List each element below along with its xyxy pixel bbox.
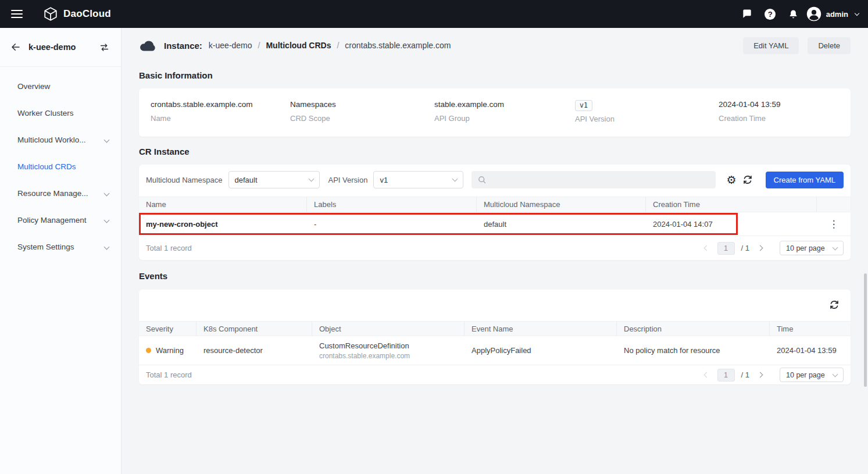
field-creation-time: 2024-01-04 13:59 Creation Time	[719, 100, 781, 123]
table-row[interactable]: my-new-cron-object - default 2024-01-04 …	[139, 212, 851, 236]
sidebar-item-resource-management[interactable]: Resource Manage...	[0, 180, 121, 206]
bell-icon	[788, 9, 799, 20]
scrollbar-thumb[interactable]	[864, 273, 867, 387]
sidebar-header: k-uee-demo	[0, 28, 121, 67]
sidebar-item-overview[interactable]: Overview	[0, 73, 121, 99]
prev-page-button[interactable]	[702, 244, 711, 252]
notifications-button[interactable]	[782, 2, 805, 26]
field-value: Namespaces	[290, 100, 336, 109]
page-input[interactable]	[717, 369, 735, 382]
field-name: crontabs.stable.example.com Name	[151, 100, 253, 123]
chevron-down-icon	[104, 217, 110, 223]
sidebar-item-multicloud-crds[interactable]: Multicloud CRDs	[0, 153, 121, 180]
object-cell: CustomResourceDefinition crontabs.stable…	[312, 341, 465, 360]
api-version-filter-label: API Version	[328, 176, 368, 184]
sidebar-item-system-settings[interactable]: System Settings	[0, 233, 121, 260]
chevron-left-icon	[703, 372, 709, 378]
chevron-down-icon	[104, 137, 110, 142]
help-button[interactable]: ?	[759, 2, 782, 26]
chevron-down-icon	[855, 10, 859, 15]
refresh-button[interactable]	[740, 172, 755, 187]
chevron-down-icon	[833, 371, 838, 377]
edit-yaml-button[interactable]: Edit YAML	[743, 37, 799, 54]
instance-cloud-icon	[139, 39, 156, 52]
chevron-down-icon	[104, 244, 110, 250]
namespace-filter-label: Multicloud Namespace	[146, 176, 223, 184]
column-header-creation-time: Creation Time	[646, 197, 817, 212]
namespace-select[interactable]: default	[228, 171, 320, 188]
cr-table-footer: Total 1 record / 1 10 per page	[139, 236, 851, 260]
events-refresh-button[interactable]	[826, 297, 842, 313]
field-value: stable.example.com	[434, 100, 504, 109]
column-settings-button[interactable]: ⚙	[724, 172, 739, 187]
object-kind: CustomResourceDefinition	[319, 341, 465, 350]
search-input[interactable]	[491, 176, 710, 184]
refresh-icon	[742, 174, 753, 185]
kebab-menu-icon[interactable]: ⋮	[824, 217, 844, 231]
switch-cluster-button[interactable]	[97, 40, 112, 55]
refresh-icon	[829, 300, 840, 310]
field-api-group: stable.example.com API Group	[434, 100, 504, 123]
instance-label: Instance:	[164, 41, 202, 51]
pagination: / 1 10 per page	[702, 241, 844, 255]
field-crd-scope: Namespaces CRD Scope	[290, 100, 336, 123]
create-from-yaml-button[interactable]: Create from YAML	[766, 172, 844, 188]
prev-page-button[interactable]	[702, 370, 711, 379]
search-box	[471, 171, 716, 188]
back-button[interactable]	[9, 40, 23, 54]
field-label: API Version	[575, 115, 615, 123]
description-cell: No policy match for resource	[617, 346, 770, 355]
column-header-labels: Labels	[307, 197, 477, 212]
daocloud-logo-icon	[43, 6, 58, 22]
chevron-left-icon	[703, 245, 709, 251]
cr-namespace-cell: default	[477, 220, 646, 229]
page-input[interactable]	[717, 242, 735, 255]
column-header-component: K8s Component	[197, 322, 312, 336]
breadcrumb-instance[interactable]: k-uee-demo	[209, 41, 252, 50]
sidebar-item-worker-clusters[interactable]: Worker Clusters	[0, 99, 121, 126]
page-header: Instance: k-uee-demo / Multicloud CRDs /…	[139, 36, 851, 55]
column-header-event-name: Event Name	[465, 322, 617, 336]
column-header-namespace: Multicloud Namespace	[477, 197, 646, 212]
delete-button[interactable]: Delete	[808, 37, 851, 54]
events-table-footer: Total 1 record / 1 10 per page	[139, 365, 851, 384]
brand[interactable]: DaoCloud	[43, 6, 111, 22]
page-size-select[interactable]: 10 per page	[780, 368, 844, 382]
gear-icon: ⚙	[726, 174, 736, 186]
chat-button[interactable]	[735, 2, 759, 26]
cr-filter-bar: Multicloud Namespace default API Version…	[146, 171, 844, 188]
sidebar-item-policy-management[interactable]: Policy Management	[0, 206, 121, 233]
topbar: DaoCloud ?	[0, 0, 868, 28]
api-version-select[interactable]: v1	[373, 171, 463, 188]
breadcrumb-current: crontabs.stable.example.com	[345, 41, 451, 50]
column-header-time: Time	[770, 322, 851, 336]
cluster-name: k-uee-demo	[28, 42, 97, 52]
next-page-button[interactable]	[756, 370, 765, 379]
breadcrumb-multicloud-crds[interactable]: Multicloud CRDs	[266, 41, 331, 50]
page-size-select[interactable]: 10 per page	[780, 241, 844, 255]
chevron-down-icon	[833, 244, 838, 250]
chat-icon	[741, 8, 753, 20]
total-records: Total 1 record	[146, 370, 192, 379]
page-size-value: 10 per page	[786, 244, 825, 252]
column-header-object: Object	[312, 322, 465, 336]
column-header-description: Description	[617, 322, 770, 336]
sidebar-item-multicloud-workloads[interactable]: Multicloud Worklo...	[0, 126, 121, 153]
severity-label: Warning	[156, 346, 184, 355]
cr-name-link[interactable]: my-new-cron-object	[139, 220, 307, 229]
version-badge: v1	[575, 100, 592, 111]
menu-icon[interactable]	[11, 10, 23, 18]
next-page-button[interactable]	[756, 244, 765, 252]
field-api-version: v1 API Version	[575, 100, 615, 123]
api-version-select-value: v1	[380, 176, 388, 184]
object-name: crontabs.stable.example.com	[319, 352, 465, 360]
column-header-name: Name	[139, 197, 307, 212]
chevron-right-icon	[758, 372, 763, 378]
component-cell: resource-detector	[197, 346, 312, 355]
sidebar: k-uee-demo Overview Worker Clusters Mult…	[0, 28, 122, 474]
breadcrumb-separator: /	[337, 41, 339, 50]
page-total: / 1	[741, 244, 749, 252]
user-menu[interactable]: admin	[806, 6, 861, 22]
chevron-down-icon	[308, 176, 314, 182]
sidebar-item-label: Policy Management	[17, 216, 87, 224]
